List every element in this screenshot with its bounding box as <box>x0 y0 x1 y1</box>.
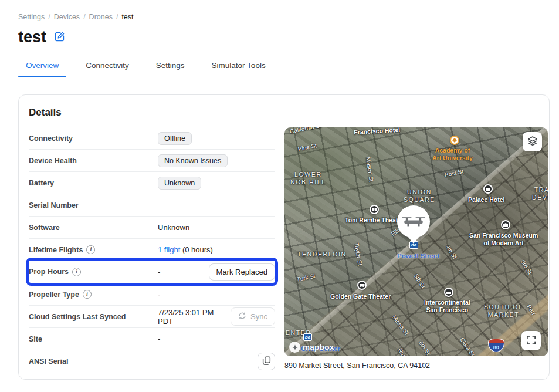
page-title: test <box>18 28 46 46</box>
tab-simulator-tools[interactable]: Simulator Tools <box>204 56 273 77</box>
sync-button-label: Sync <box>250 312 267 321</box>
propeller-type-value: - <box>158 290 160 299</box>
title-row: test <box>0 21 559 46</box>
row-connectivity: Connectivity Offline <box>29 127 275 149</box>
academy-poi-icon <box>450 136 459 145</box>
satellite-map[interactable]: California StFrancisco HotelPine StMason… <box>284 127 548 356</box>
details-heading: Details <box>29 107 275 119</box>
edit-pencil-icon <box>53 31 66 45</box>
sync-button[interactable]: Sync <box>231 307 275 326</box>
breadcrumb: Settings Devices Drones test <box>0 0 559 21</box>
row-cloud-settings-synced: Cloud Settings Last Synced 7/23/25 3:01 … <box>29 305 275 327</box>
fullscreen-icon <box>526 335 536 347</box>
row-battery: Battery Unknown <box>29 171 275 194</box>
row-label: Propeller Type <box>29 290 158 299</box>
row-label-text: Prop Hours <box>29 268 69 276</box>
lifetime-flights-value: 1 flight (0 hours) <box>158 245 213 254</box>
row-propeller-type: Propeller Type - <box>29 283 275 305</box>
copy-icon <box>262 356 271 367</box>
theater-poi-icon <box>370 205 379 214</box>
edit-title-button[interactable] <box>52 29 67 46</box>
drone-icon <box>402 215 425 229</box>
breadcrumb-current: test <box>121 13 133 21</box>
site-value: - <box>158 334 160 343</box>
row-software: Software Unknown <box>29 216 275 238</box>
last-synced-value: 7/23/25 3:01 PM PDT <box>158 308 231 326</box>
row-site: Site - <box>29 327 275 350</box>
row-ansi-serial: ANSI Serial <box>29 350 275 372</box>
info-icon[interactable] <box>72 268 81 276</box>
row-label: Serial Number <box>29 201 158 209</box>
row-label: Software <box>29 224 158 232</box>
drone-location-marker[interactable] <box>397 205 430 238</box>
tab-bar: Overview Connectivity Settings Simulator… <box>0 56 559 77</box>
flights-link[interactable]: 1 flight <box>158 245 180 254</box>
mark-replaced-button[interactable]: Mark Replaced <box>209 263 275 281</box>
mapbox-attribution[interactable]: mapbox <box>289 342 334 353</box>
row-serial-number: Serial Number <box>29 194 275 216</box>
mapbox-logo-icon <box>289 342 300 353</box>
prop-hours-value: - <box>158 268 160 276</box>
hotel-poi-icon <box>444 288 453 297</box>
details-card: Details Connectivity Offline Device Heal… <box>18 94 550 380</box>
hotel-poi-icon <box>483 184 493 194</box>
theater-poi-icon <box>357 281 367 290</box>
info-icon[interactable] <box>86 245 95 254</box>
device-health-badge: No Known Issues <box>158 154 228 167</box>
connectivity-status-badge: Offline <box>158 132 192 145</box>
row-label: Prop Hours <box>29 268 158 276</box>
device-overview-page: Settings Devices Drones test test Overvi… <box>0 0 559 392</box>
tab-connectivity[interactable]: Connectivity <box>78 56 137 77</box>
tab-settings[interactable]: Settings <box>148 56 192 77</box>
row-label-text: Lifetime Flights <box>29 246 83 254</box>
breadcrumb-drones[interactable]: Drones <box>89 13 118 21</box>
row-label: Battery <box>29 179 158 187</box>
map-address: 890 Market Street, San Francisco, CA 941… <box>284 361 548 370</box>
copy-button[interactable] <box>258 353 275 370</box>
row-action <box>258 353 275 370</box>
flights-hours-suffix: (0 hours) <box>180 245 213 254</box>
row-action: Sync <box>231 307 275 326</box>
refresh-icon <box>238 312 246 322</box>
breadcrumb-devices[interactable]: Devices <box>54 13 86 21</box>
battery-badge: Unknown <box>158 177 201 190</box>
map-layers-button[interactable] <box>523 132 542 151</box>
info-icon[interactable] <box>83 290 92 299</box>
bart-station-icon: ba <box>303 333 312 341</box>
row-prop-hours: Prop Hours - Mark Replaced <box>29 261 275 283</box>
row-label-text: Propeller Type <box>29 290 79 299</box>
map-column: California StFrancisco HotelPine StMason… <box>284 127 548 371</box>
map-fullscreen-button[interactable] <box>521 331 541 350</box>
row-label: ANSI Serial <box>29 357 158 366</box>
breadcrumb-settings[interactable]: Settings <box>18 13 50 21</box>
row-action: Mark Replaced <box>209 263 275 281</box>
layers-icon <box>527 135 538 148</box>
museum-poi-icon <box>501 220 510 229</box>
software-value: Unknown <box>158 223 189 232</box>
row-device-health: Device Health No Known Issues <box>29 149 275 171</box>
row-label: Device Health <box>29 157 158 165</box>
mapbox-wordmark: mapbox <box>303 343 334 352</box>
row-lifetime-flights: Lifetime Flights 1 flight (0 hours) <box>29 238 275 261</box>
row-label: Connectivity <box>29 134 158 143</box>
row-label: Lifetime Flights <box>29 245 158 254</box>
details-column: Details Connectivity Offline Device Heal… <box>29 107 275 371</box>
row-label: Site <box>29 335 158 343</box>
tab-overview[interactable]: Overview <box>18 56 66 77</box>
interstate-number: 80 <box>493 344 499 350</box>
row-label: Cloud Settings Last Synced <box>29 313 158 321</box>
